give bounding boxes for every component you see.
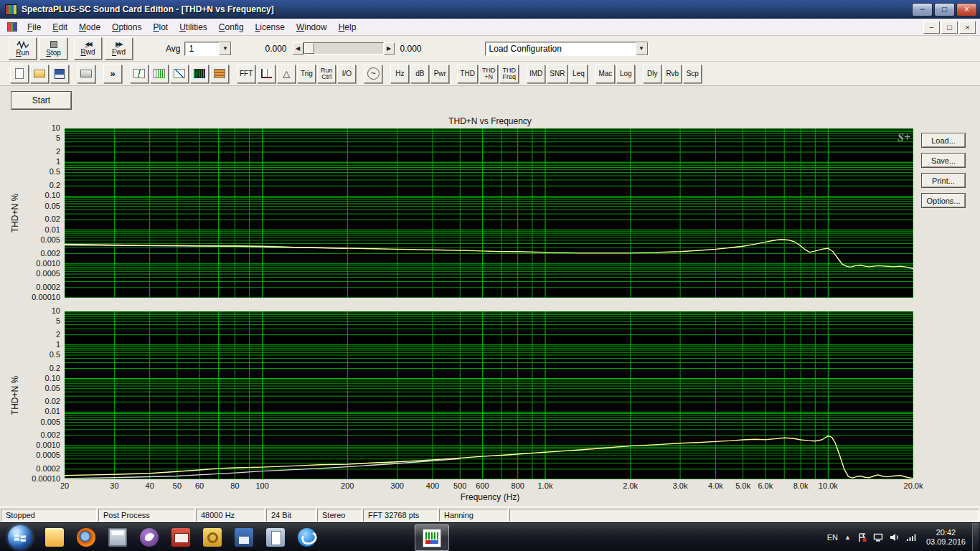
stop-icon [50,41,57,48]
narrowband-button[interactable] [257,65,275,83]
load-button[interactable]: Load... [921,133,966,148]
taskbar-icon-firefox[interactable] [70,523,102,551]
fft-button[interactable]: FFT [237,65,255,83]
y-tick-label: 5 [56,134,60,143]
network-icon[interactable] [906,533,917,542]
power-icon[interactable] [873,533,883,542]
print-icon [80,70,92,77]
thd-n-button[interactable]: THD +N [479,65,499,83]
action-center-flag-icon[interactable] [857,533,867,542]
menu-plot[interactable]: Plot [147,19,174,35]
options-button[interactable]: Options... [921,193,966,208]
taskbar-icon-keys[interactable] [197,523,228,551]
run-control-button[interactable]: Run Ctrl [317,65,336,83]
spectrum-view-button[interactable] [150,65,169,83]
y-tick-label: 1 [56,158,60,166]
stop-button[interactable]: Stop [39,37,67,60]
volume-icon[interactable] [890,533,900,542]
open-file-button[interactable] [30,65,49,83]
mdi-close-icon[interactable]: × [959,21,976,34]
taskbar-icon-docs[interactable] [260,523,291,551]
new-file-button[interactable] [10,65,29,83]
octave-button[interactable]: △ [277,65,296,83]
print-button[interactable] [77,65,95,83]
menu-license[interactable]: License [250,19,291,35]
menu-edit[interactable]: Edit [47,19,73,35]
show-desktop-button[interactable] [972,523,979,551]
start-processing-button[interactable]: Start [11,91,72,110]
minimize-icon[interactable]: − [912,3,933,17]
run-button[interactable]: Run [9,37,37,60]
log-button[interactable]: Log [616,65,635,83]
y-tick-label: 2 [56,330,60,339]
phase-view-button[interactable] [170,65,189,83]
snr-button[interactable]: SNR [547,65,567,83]
mdi-minimize-icon[interactable]: − [923,21,940,34]
thd-plot-top [65,128,913,298]
y-tick-label: 0.0002 [36,283,60,291]
leq-button[interactable]: Leq [569,65,588,83]
scrollbar-thumb[interactable] [304,43,314,54]
clock[interactable]: 20:42 03.09.2016 [926,528,966,547]
main-toolbar: »FFT△TrigRun CtrlI/O~HzdBPwrTHDTHD +NTHD… [0,62,980,86]
menu-config[interactable]: Config [213,19,250,35]
scroll-right-icon[interactable]: ▶ [384,42,395,55]
status-segment: FFT 32768 pts [363,509,438,522]
x-axis-ticks: 2030405060801002003004005006008001.0k2.0… [65,481,913,491]
position-scrollbar[interactable] [303,42,384,55]
viber-icon [140,528,159,547]
fast-forward-button[interactable]: » [103,65,122,83]
forward-button[interactable]: ▶▶ Fwd [105,37,133,60]
io-button[interactable]: I/O [337,65,356,83]
scroll-left-icon[interactable]: ◀ [293,42,303,55]
rvb-button[interactable]: Rvb [663,65,682,83]
mdi-restore-icon[interactable]: □ [941,21,958,34]
tray-expand-icon[interactable]: ▲ [844,534,851,541]
y-tick-label: 0.0002 [36,464,60,473]
taskbar-icon-calculator[interactable] [102,523,133,551]
imd-button[interactable]: IMD [527,65,545,83]
db-button[interactable]: dB [410,65,429,83]
menu-file[interactable]: File [22,19,47,35]
menu-utilities[interactable]: Utilities [174,19,213,35]
spectrum-icon [154,69,165,78]
close-icon[interactable]: × [956,3,977,17]
menu-help[interactable]: Help [333,19,362,35]
taskbar-icon-mail[interactable] [165,523,197,551]
time-series-view-button[interactable] [130,65,149,83]
save-file-button[interactable] [50,65,69,83]
spectrogram-view-button[interactable] [190,65,209,83]
menu-options[interactable]: Options [106,19,147,35]
taskbar-icon-explorer[interactable] [39,523,70,551]
taskbar-icon-viber[interactable] [133,523,165,551]
pwr-button[interactable]: Pwr [430,65,449,83]
menu-mode[interactable]: Mode [73,19,106,35]
maximize-icon[interactable]: □ [934,3,955,17]
trigger-button[interactable]: Trig [297,65,316,83]
print-plot-button[interactable]: Print... [921,173,966,188]
hz-button[interactable]: Hz [390,65,409,83]
mdi-window-controls: − □ × [923,21,977,34]
surface-view-button[interactable] [210,65,229,83]
averages-select[interactable]: 1 ▼ [184,42,232,56]
thd-button[interactable]: THD [457,65,478,83]
scp-button[interactable]: Scp [683,65,702,83]
taskbar: EN ▲ 20:42 03.09.2016 [0,522,980,551]
load-configuration-select[interactable]: Load Configuration ▼ [485,42,649,56]
taskbar-icon-ie[interactable] [291,523,323,551]
mac-button[interactable]: Mac [595,65,615,83]
signal-generator-button[interactable]: ~ [364,65,382,83]
windows-start-button[interactable] [8,525,32,550]
dly-button[interactable]: Dly [643,65,661,83]
x-tick-label: 100 [255,481,268,490]
menu-window[interactable]: Window [291,19,333,35]
chevron-down-icon[interactable]: ▼ [636,42,648,55]
taskbar-icon-spectraplus[interactable] [415,524,449,551]
rewind-button[interactable]: ◀◀ Rwd [74,37,102,60]
chevron-down-icon[interactable]: ▼ [219,42,231,55]
save-button[interactable]: Save... [921,153,966,168]
waveform-icon [17,41,29,49]
thd-freq-button[interactable]: THD Freq [499,65,519,83]
taskbar-icon-backup[interactable] [228,523,260,551]
language-indicator[interactable]: EN [827,533,838,542]
